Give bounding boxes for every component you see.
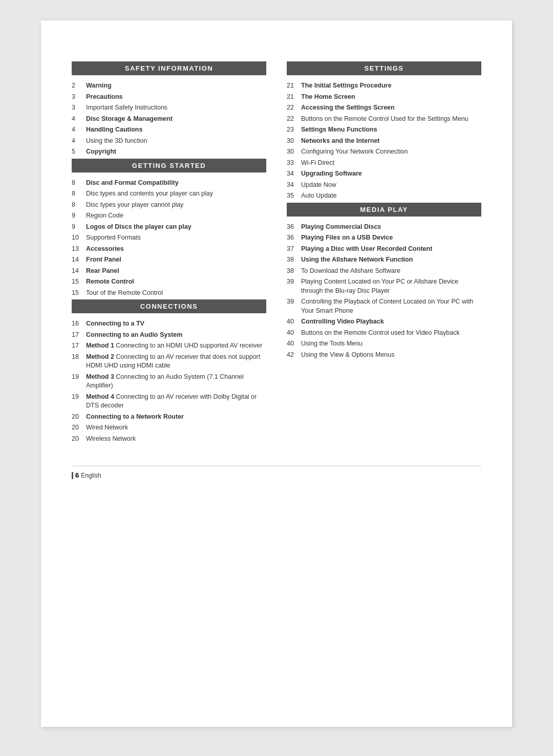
toc-entry: 22Buttons on the Remote Control Used for… (287, 115, 481, 124)
toc-num: 17 (72, 341, 86, 351)
footer-bar (72, 472, 73, 479)
toc-num: 36 (287, 223, 301, 232)
toc-num: 4 (72, 125, 86, 135)
toc-num: 38 (287, 255, 301, 265)
toc-num: 3 (72, 103, 86, 113)
toc-num: 34 (287, 181, 301, 190)
toc-text: Controlling the Playback of Content Loca… (301, 297, 481, 315)
toc-num: 22 (287, 103, 301, 113)
toc-num: 21 (287, 93, 301, 102)
toc-num: 5 (72, 147, 86, 157)
toc-text: Using the 3D function (86, 137, 266, 146)
toc-entry: 14Rear Panel (72, 267, 266, 276)
toc-entry: 20Wired Network (72, 423, 266, 433)
toc-num: 8 (72, 189, 86, 199)
section-header-safety: SAFETY INFORMATION (72, 61, 266, 75)
toc-text: Accessing the Settings Screen (301, 103, 481, 113)
toc-num: 19 (72, 393, 86, 402)
toc-entry: 22Accessing the Settings Screen (287, 103, 481, 113)
toc-num: 16 (72, 319, 86, 329)
toc-entry: 30Configuring Your Network Connection (287, 147, 481, 157)
toc-text: Playing Commercial Discs (301, 223, 481, 232)
toc-entry: 4Disc Storage & Management (72, 115, 266, 124)
toc-num: 30 (287, 147, 301, 157)
toc-entry: 8Disc types and contents your player can… (72, 189, 266, 199)
toc-text: Connecting to a Network Router (86, 413, 266, 422)
toc-entry: 8Disc and Format Compatibility (72, 179, 266, 188)
toc-entry: 21The Home Screen (287, 93, 481, 102)
toc-text: Playing Files on a USB Device (301, 233, 481, 243)
toc-text: Accessories (86, 245, 266, 254)
toc-entry: 23Settings Menu Functions (287, 125, 481, 135)
toc-num: 8 (72, 201, 86, 210)
toc-entry: 34Update Now (287, 181, 481, 190)
toc-entry: 10Supported Formats (72, 233, 266, 243)
toc-text: Method 1 Connecting to an HDMI UHD suppo… (86, 341, 266, 351)
toc-entry: 9Logos of Discs the player can play (72, 223, 266, 232)
toc-text: Using the Allshare Network Function (301, 255, 481, 265)
toc-text: Handling Cautions (86, 125, 266, 135)
toc-text: Precautions (86, 93, 266, 102)
toc-text: Wireless Network (86, 435, 266, 444)
section-header-connections: CONNECTIONS (72, 299, 266, 313)
toc-num: 40 (287, 329, 301, 338)
right-column: SETTINGS21The Initial Settings Procedure… (287, 61, 481, 445)
toc-entry: 39Playing Content Located on Your PC or … (287, 277, 481, 295)
toc-text: To Download the Allshare Software (301, 267, 481, 276)
toc-num: 33 (287, 159, 301, 168)
toc-entry: 20Connecting to a Network Router (72, 413, 266, 422)
toc-entry: 36Playing Files on a USB Device (287, 233, 481, 243)
toc-entry: 4Using the 3D function (72, 137, 266, 146)
toc-entry: 2Warning (72, 81, 266, 91)
toc-entry: 3Important Safety Instructions (72, 103, 266, 113)
footer: 6 English (72, 466, 481, 479)
toc-num: 38 (287, 267, 301, 276)
toc-text: Networks and the Internet (301, 137, 481, 146)
toc-num: 42 (287, 351, 301, 360)
toc-text: The Initial Settings Procedure (301, 81, 481, 91)
toc-entry: 19Method 4 Connecting to an AV receiver … (72, 393, 266, 411)
toc-text: Buttons on the Remote Control used for V… (301, 329, 481, 338)
toc-num: 2 (72, 81, 86, 91)
toc-num: 4 (72, 137, 86, 146)
toc-entry: 30Networks and the Internet (287, 137, 481, 146)
toc-entry: 15Tour of the Remote Control (72, 289, 266, 298)
section-header-media-play: MEDIA PLAY (287, 203, 481, 217)
toc-text: Using the Tools Menu (301, 339, 481, 349)
toc-num: 20 (72, 413, 86, 422)
toc-entry: 14Front Panel (72, 255, 266, 265)
toc-entry: 40Buttons on the Remote Control used for… (287, 329, 481, 338)
toc-num: 14 (72, 255, 86, 265)
toc-entry: 9Region Code (72, 211, 266, 221)
toc-num: 20 (72, 435, 86, 444)
left-column: SAFETY INFORMATION2Warning3Precautions3I… (72, 61, 266, 445)
page: SAFETY INFORMATION2Warning3Precautions3I… (41, 20, 512, 727)
toc-text: Logos of Discs the player can play (86, 223, 266, 232)
toc-entry: 13Accessories (72, 245, 266, 254)
toc-text: Wi-Fi Direct (301, 159, 481, 168)
toc-num: 13 (72, 245, 86, 254)
toc-entry: 20Wireless Network (72, 435, 266, 444)
toc-num: 8 (72, 179, 86, 188)
toc-text: Upgrading Software (301, 169, 481, 179)
toc-num: 4 (72, 115, 86, 124)
toc-text: The Home Screen (301, 93, 481, 102)
toc-text: Connecting to a TV (86, 319, 266, 329)
toc-num: 15 (72, 289, 86, 298)
toc-entry: 5Copyright (72, 147, 266, 157)
toc-entry: 4Handling Cautions (72, 125, 266, 135)
toc-num: 17 (72, 331, 86, 340)
section-safety: SAFETY INFORMATION2Warning3Precautions3I… (72, 61, 266, 157)
toc-text: Tour of the Remote Control (86, 289, 266, 298)
toc-num: 9 (72, 223, 86, 232)
toc-num: 39 (287, 277, 301, 287)
toc-num: 39 (287, 297, 301, 307)
toc-text: Wired Network (86, 423, 266, 433)
toc-text: Auto Update (301, 191, 481, 201)
toc-num: 34 (287, 169, 301, 179)
toc-text: Rear Panel (86, 267, 266, 276)
toc-entry: 40Using the Tools Menu (287, 339, 481, 349)
toc-text: Playing a Disc with User Recorded Conten… (301, 245, 481, 254)
toc-entry: 19Method 3 Connecting to an Audio System… (72, 373, 266, 391)
toc-num: 15 (72, 277, 86, 287)
